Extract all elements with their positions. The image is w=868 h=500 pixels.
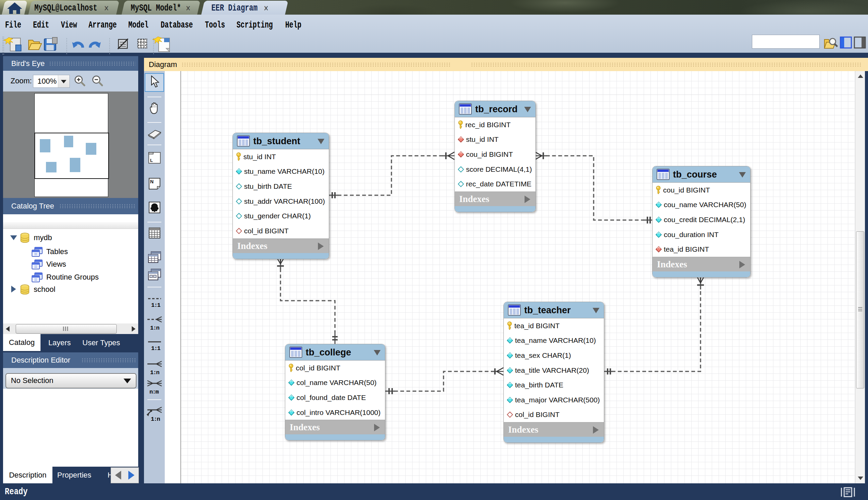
svg-text:L: L xyxy=(150,158,153,163)
svg-text:1:n: 1:n xyxy=(150,325,159,331)
svg-text:1:n: 1:n xyxy=(150,370,159,376)
svg-text:n:m: n:m xyxy=(149,389,159,395)
svg-text:N: N xyxy=(150,179,154,184)
svg-text:1:1: 1:1 xyxy=(151,345,160,352)
svg-text:1:n: 1:n xyxy=(151,416,160,422)
svg-text:1:1: 1:1 xyxy=(151,302,160,308)
